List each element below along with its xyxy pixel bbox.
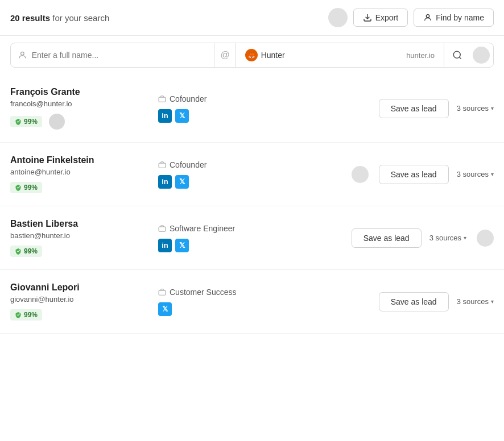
search-button[interactable] bbox=[444, 43, 470, 68]
hunter-logo: 🦊 bbox=[245, 49, 258, 61]
svg-point-3 bbox=[453, 51, 460, 58]
social-links: in 𝕏 bbox=[158, 175, 189, 189]
svg-point-1 bbox=[427, 15, 429, 18]
job-info: Cofounder in 𝕏 bbox=[158, 94, 272, 123]
briefcase-icon bbox=[158, 95, 166, 103]
job-info: Software Engineer in 𝕏 bbox=[158, 224, 272, 252]
svg-rect-5 bbox=[159, 97, 166, 102]
title-text: Customer Success bbox=[170, 288, 236, 297]
sources-count: 3 sources bbox=[457, 297, 489, 306]
person-search-icon bbox=[18, 50, 27, 60]
find-by-name-label: Find by name bbox=[436, 13, 484, 22]
sources-button[interactable]: 3 sources ▾ bbox=[429, 234, 466, 242]
job-title: Cofounder bbox=[158, 94, 206, 103]
confidence-badge: 99% bbox=[10, 309, 42, 321]
person-info: Antoine Finkelstein antoine@hunter.io 99… bbox=[10, 155, 158, 193]
header-circle-button[interactable] bbox=[328, 8, 348, 27]
name-input-wrapper bbox=[11, 50, 214, 60]
title-text: Cofounder bbox=[170, 94, 206, 103]
svg-rect-6 bbox=[159, 163, 166, 168]
header-actions: Export Find by name bbox=[328, 8, 494, 27]
shield-check-icon bbox=[15, 248, 22, 255]
twitter-button[interactable]: 𝕏 bbox=[175, 175, 189, 189]
domain-url: hunter.io bbox=[406, 51, 435, 60]
find-by-name-button[interactable]: Find by name bbox=[414, 9, 494, 27]
linkedin-button[interactable]: in bbox=[158, 239, 172, 252]
person-name: François Grante bbox=[10, 87, 158, 97]
result-item: Bastien Libersa bastien@hunter.io 99% So… bbox=[0, 206, 504, 270]
job-title: Software Engineer bbox=[158, 224, 235, 233]
briefcase-icon bbox=[158, 288, 166, 296]
results-count-bold: 20 results bbox=[10, 13, 50, 23]
shield-check-icon bbox=[15, 311, 22, 318]
row-actions: Save as lead 3 sources ▾ bbox=[349, 165, 494, 184]
domain-section: 🦊 Hunter hunter.io bbox=[236, 49, 444, 61]
save-as-lead-button[interactable]: Save as lead bbox=[379, 99, 449, 118]
twitter-button[interactable]: 𝕏 bbox=[175, 239, 189, 252]
save-as-lead-button[interactable]: Save as lead bbox=[352, 228, 422, 248]
sources-button[interactable]: 3 sources ▾ bbox=[457, 104, 494, 113]
confidence-value: 99% bbox=[24, 311, 38, 319]
chevron-down-icon: ▾ bbox=[491, 298, 494, 305]
person-email: antoine@hunter.io bbox=[10, 168, 158, 176]
export-label: Export bbox=[375, 13, 398, 22]
confidence-value: 99% bbox=[24, 118, 38, 126]
chevron-down-icon: ▾ bbox=[491, 171, 494, 177]
svg-rect-8 bbox=[159, 290, 166, 295]
confidence-badge: 99% bbox=[10, 116, 42, 127]
social-links: in 𝕏 bbox=[158, 239, 189, 252]
svg-line-4 bbox=[459, 57, 461, 59]
search-name-input[interactable] bbox=[32, 51, 208, 60]
social-links: 𝕏 bbox=[158, 302, 172, 316]
row-actions: Save as lead 3 sources ▾ bbox=[352, 228, 494, 248]
chevron-down-icon: ▾ bbox=[464, 235, 466, 241]
social-links: in 𝕏 bbox=[158, 109, 189, 123]
result-item: Giovanni Lepori giovanni@hunter.io 99% C… bbox=[0, 270, 504, 334]
row-actions: Save as lead 3 sources ▾ bbox=[379, 292, 494, 311]
search-icon bbox=[452, 50, 462, 60]
results-count: 20 results for your search bbox=[10, 13, 109, 23]
confidence-badge: 99% bbox=[10, 182, 42, 193]
export-icon bbox=[363, 13, 372, 22]
sources-button[interactable]: 3 sources ▾ bbox=[457, 170, 494, 178]
confidence-value: 99% bbox=[24, 184, 38, 192]
person-name: Bastien Libersa bbox=[10, 219, 158, 229]
results-count-rest: for your search bbox=[50, 13, 109, 23]
sources-count: 3 sources bbox=[429, 234, 461, 242]
row1-circle-button[interactable] bbox=[49, 114, 65, 130]
person-email: bastien@hunter.io bbox=[10, 231, 158, 240]
sources-button[interactable]: 3 sources ▾ bbox=[457, 297, 494, 306]
briefcase-icon bbox=[158, 161, 166, 169]
sources-count: 3 sources bbox=[457, 104, 489, 113]
job-title: Cofounder bbox=[158, 160, 206, 169]
shield-check-icon bbox=[15, 184, 22, 191]
svg-rect-7 bbox=[159, 227, 166, 231]
linkedin-button[interactable]: in bbox=[158, 175, 172, 189]
job-info: Customer Success 𝕏 bbox=[158, 288, 272, 316]
person-info: Bastien Libersa bastien@hunter.io 99% bbox=[10, 219, 158, 257]
linkedin-button[interactable]: in bbox=[158, 109, 172, 123]
search-bar: @ 🦊 Hunter hunter.io bbox=[10, 43, 494, 68]
shield-check-icon bbox=[15, 118, 22, 125]
twitter-button[interactable]: 𝕏 bbox=[158, 302, 172, 316]
row2-circle-button[interactable] bbox=[352, 166, 369, 183]
save-as-lead-button[interactable]: Save as lead bbox=[379, 292, 449, 311]
sources-count: 3 sources bbox=[457, 170, 489, 178]
twitter-button[interactable]: 𝕏 bbox=[175, 109, 189, 123]
briefcase-icon bbox=[158, 224, 166, 232]
row3-circle-button[interactable] bbox=[477, 230, 494, 247]
row-actions: Save as lead 3 sources ▾ bbox=[379, 99, 494, 118]
person-name: Antoine Finkelstein bbox=[10, 155, 158, 165]
page-header: 20 results for your search Export Find b… bbox=[0, 0, 504, 36]
export-button[interactable]: Export bbox=[353, 9, 408, 27]
job-info: Cofounder in 𝕏 bbox=[158, 160, 272, 189]
save-as-lead-button[interactable]: Save as lead bbox=[379, 165, 449, 184]
title-text: Software Engineer bbox=[170, 224, 235, 233]
person-email: francois@hunter.io bbox=[10, 99, 158, 108]
search-bar-circle-button[interactable] bbox=[473, 47, 490, 64]
confidence-value: 99% bbox=[24, 247, 38, 255]
person-email: giovanni@hunter.io bbox=[10, 295, 158, 303]
result-item: François Grante francois@hunter.io 99% C… bbox=[0, 74, 504, 143]
at-divider: @ bbox=[214, 43, 236, 68]
title-text: Cofounder bbox=[170, 160, 206, 169]
